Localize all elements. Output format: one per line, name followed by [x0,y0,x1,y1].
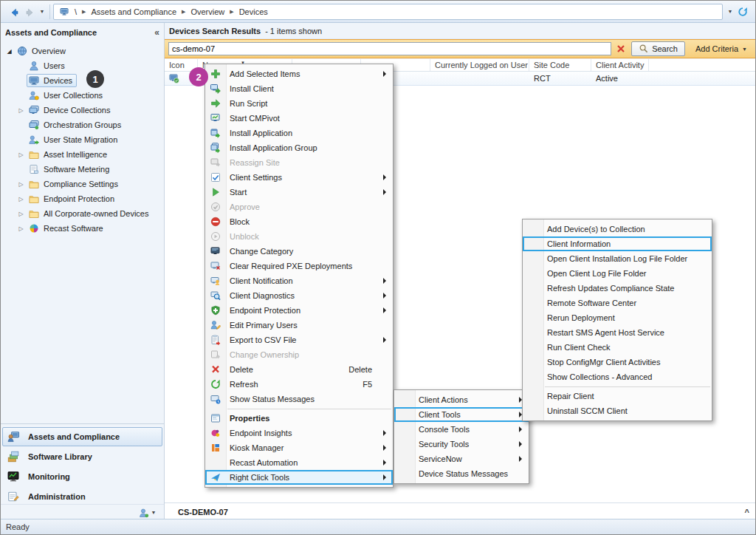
menu-item-kiosk-manager[interactable]: Kiosk Manager [205,440,393,455]
search-input[interactable] [168,42,611,55]
tree-expander-collapsed-icon[interactable]: ▷ [16,211,27,217]
menu-item-client-information[interactable]: Client Information [523,236,712,251]
sidebar-item-overview[interactable]: ◢Overview [1,44,164,58]
sidebar-item-recast-software[interactable]: ▷Recast Software [1,221,164,236]
no-icon [523,223,543,235]
menu-item-uninstall-sccm-client[interactable]: Uninstall SCCM Client [523,403,712,418]
sidebar-bottom-row: ▼ [1,504,164,520]
nav-options-caret-icon[interactable]: ▼ [149,507,158,519]
menu-item-export-to-csv-file[interactable]: Export to CSV File [205,333,393,347]
sidebar-item-users[interactable]: Users [1,58,164,73]
clear-search-button[interactable] [614,42,628,55]
menu-item-client-diagnostics[interactable]: Client Diagnostics [205,288,393,303]
menu-item-run-client-check[interactable]: Run Client Check [523,340,712,355]
workspace-software-library[interactable]: Software Library [2,447,162,466]
menu-item-add-selected-items[interactable]: Add Selected Items [205,67,393,81]
menu-item-stop-configmgr-client-activities[interactable]: Stop ConfigMgr Client Activities [523,355,712,369]
column-header-currently-logged-on-user[interactable]: Currently Logged on User [430,59,529,71]
sidebar-item-user-state-migration[interactable]: User State Migration [1,132,164,147]
detail-bar[interactable]: CS-DEMO-07 ^ [165,502,756,520]
tree-expander-collapsed-icon[interactable]: ▷ [16,181,27,188]
menu-item-refresh-updates-compliance-state[interactable]: Refresh Updates Compliance State [523,281,712,296]
sidebar-item-orchestration-groups[interactable]: Orchestration Groups [1,117,164,132]
menu-item-start[interactable]: Start [205,185,393,200]
menu-item-label: Stop ConfigMgr Client Activities [543,358,707,367]
breadcrumb-separator-icon: ▶ [227,9,236,15]
tree-expander-expanded-icon[interactable]: ◢ [4,48,15,55]
menu-item-install-application[interactable]: Install Application [205,126,393,140]
menu-item-rerun-deployment[interactable]: Rerun Deployment [523,310,712,325]
workspace-assets-and-compliance[interactable]: Assets and Compliance [2,427,162,446]
workspace-label: Software Library [28,452,92,461]
menu-item-open-client-log-file-folder[interactable]: Open Client Log File Folder [523,266,712,281]
sidebar-item-software-metering[interactable]: Software Metering [1,162,164,177]
menu-item-clear-required-pxe-deployments[interactable]: Clear Required PXE Deployments [205,259,393,273]
sidebar-item-compliance-settings[interactable]: ▷Compliance Settings [1,177,164,191]
menu-item-endpoint-insights[interactable]: Endpoint Insights [205,426,393,440]
menu-item-console-tools[interactable]: Console Tools [394,422,529,437]
menu-item-install-application-group[interactable]: Install Application Group [205,140,393,155]
menu-item-change-category[interactable]: Change Category [205,244,393,259]
menu-item-security-tools[interactable]: Security Tools [394,437,529,451]
menu-item-open-client-installation-log-file-folder[interactable]: Open Client Installation Log File Folder [523,251,712,266]
detail-collapse-icon[interactable]: ^ [745,508,749,517]
column-header-client-activity[interactable]: Client Activity [591,59,649,71]
menu-item-add-device-s-to-collection[interactable]: Add Device(s) to Collection [523,222,712,236]
tree-expander-collapsed-icon[interactable]: ▷ [16,225,27,232]
sidebar-splitter[interactable] [1,423,164,424]
breadcrumb-item-assets-and-compliance[interactable]: Assets and Compliance [88,7,179,16]
menu-item-block[interactable]: Block [205,214,393,229]
menu-item-client-notification[interactable]: Client Notification [205,273,393,288]
menu-item-show-collections-advanced[interactable]: Show Collections - Advanced [523,369,712,384]
history-caret-icon[interactable]: ▼ [38,4,47,20]
back-button[interactable] [5,4,21,20]
workspace-monitoring[interactable]: Monitoring [2,467,162,486]
sidebar-item-devices[interactable]: Devices [1,73,164,88]
add-criteria-button[interactable]: Add Criteria ▼ [695,44,747,53]
breadcrumb-item-overview[interactable]: Overview [188,7,227,16]
breadcrumb-item-root[interactable]: \ [72,7,80,16]
menu-item-label: Install Application [226,129,388,137]
sidebar-item-endpoint-protection[interactable]: ▷Endpoint Protection [1,191,164,206]
forward-button[interactable] [21,4,38,20]
menu-item-show-status-messages[interactable]: Show Status Messages [205,392,393,406]
menu-item-right-click-tools[interactable]: Right Click Tools [205,470,393,485]
menu-item-refresh[interactable]: RefreshF5 [205,377,393,392]
menu-item-client-tools[interactable]: Client Tools [394,407,529,422]
address-dropdown-caret-icon[interactable]: ▼ [726,4,735,20]
navigation-tree: ◢OverviewUsersDevicesUser Collections▷De… [1,44,164,236]
menu-item-start-cmpivot[interactable]: Start CMPivot [205,111,393,126]
breadcrumb-separator-icon: ▶ [80,9,88,15]
menu-item-device-status-messages[interactable]: Device Status Messages [394,466,529,481]
menu-item-servicenow[interactable]: ServiceNow [394,451,529,466]
devices-icon [29,75,41,86]
submenu-arrow-icon [381,174,388,181]
menu-item-client-actions[interactable]: Client Actions [394,392,529,407]
menu-item-remote-software-center[interactable]: Remote Software Center [523,296,712,310]
menu-item-recast-automation[interactable]: Recast Automation [205,455,393,470]
menu-item-install-client[interactable]: Install Client [205,81,393,96]
menu-item-label: Run Script [226,99,388,108]
sidebar-item-all-corporate-owned-devices[interactable]: ▷All Corporate-owned Devices [1,206,164,221]
tree-expander-collapsed-icon[interactable]: ▷ [16,151,27,158]
menu-item-edit-primary-users[interactable]: Edit Primary Users [205,318,393,333]
menu-item-client-settings[interactable]: Client Settings [205,170,393,185]
sidebar-item-device-collections[interactable]: ▷Device Collections [1,103,164,117]
sidebar-collapse-icon[interactable]: « [154,27,159,38]
menu-item-delete[interactable]: DeleteDelete [205,362,393,377]
menu-item-restart-sms-agent-host-service[interactable]: Restart SMS Agent Host Service [523,325,712,340]
menu-item-repair-client[interactable]: Repair Client [523,389,712,403]
search-button[interactable]: Search [631,41,685,56]
sidebar-item-label: User Collections [44,91,103,100]
breadcrumb-item-devices[interactable]: Devices [236,7,271,16]
tree-expander-collapsed-icon[interactable]: ▷ [16,107,27,114]
install-client-icon [205,83,226,95]
sidebar-item-asset-intelligence[interactable]: ▷Asset Intelligence [1,147,164,162]
sidebar-item-user-collections[interactable]: User Collections [1,88,164,103]
menu-item-run-script[interactable]: Run Script [205,96,393,111]
tree-expander-collapsed-icon[interactable]: ▷ [16,196,27,202]
refresh-icon[interactable] [735,4,751,20]
menu-item-endpoint-protection[interactable]: Endpoint Protection [205,303,393,318]
menu-item-properties[interactable]: Properties [205,411,393,426]
column-header-site-code[interactable]: Site Code [529,59,591,71]
